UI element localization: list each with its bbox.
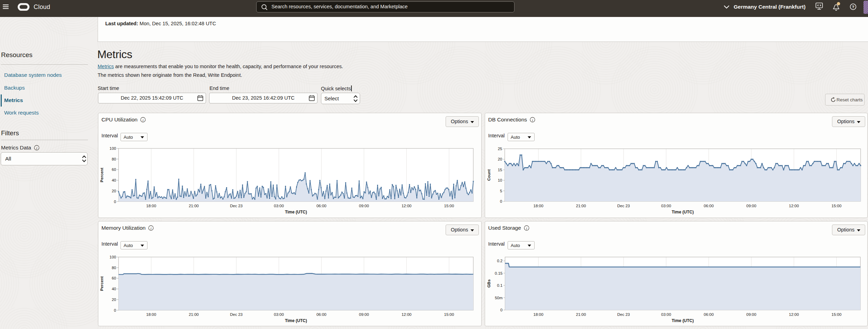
svg-text:Time (UTC): Time (UTC) — [285, 210, 307, 214]
svg-text:20: 20 — [112, 189, 116, 193]
svg-text:GBs: GBs — [487, 280, 491, 288]
svg-text:25: 25 — [498, 147, 502, 151]
svg-text:20: 20 — [498, 157, 502, 161]
svg-text:i: i — [143, 118, 144, 122]
svg-text:80: 80 — [112, 157, 116, 161]
svg-text:100: 100 — [109, 255, 116, 259]
svg-text:0: 0 — [114, 200, 116, 204]
svg-text:Percent: Percent — [100, 168, 104, 182]
svg-text:80: 80 — [112, 266, 116, 270]
svg-text:03:00: 03:00 — [274, 204, 284, 208]
svg-text:5: 5 — [500, 189, 502, 193]
svg-text:15:00: 15:00 — [832, 204, 842, 208]
svg-text:06:00: 06:00 — [704, 204, 714, 208]
svg-text:0: 0 — [500, 308, 502, 312]
svg-text:21:00: 21:00 — [189, 312, 199, 317]
svg-text:21:00: 21:00 — [576, 204, 586, 208]
svg-text:100: 100 — [109, 146, 116, 150]
svg-text:Percent: Percent — [100, 276, 104, 291]
svg-text:03:00: 03:00 — [274, 312, 284, 317]
svg-text:20: 20 — [112, 298, 116, 302]
svg-text:15:00: 15:00 — [832, 312, 842, 317]
svg-text:0: 0 — [500, 199, 502, 203]
svg-text:09:00: 09:00 — [746, 204, 757, 208]
svg-text:Time (UTC): Time (UTC) — [285, 318, 307, 323]
svg-text:i: i — [151, 226, 152, 230]
svg-text:12:00: 12:00 — [789, 312, 799, 317]
svg-text:06:00: 06:00 — [704, 312, 714, 317]
svg-text:Dec 23: Dec 23 — [617, 312, 630, 317]
svg-text:50m: 50m — [495, 296, 502, 300]
svg-text:0: 0 — [114, 308, 116, 312]
svg-text:Dec 23: Dec 23 — [617, 204, 630, 208]
svg-text:18:00: 18:00 — [146, 312, 156, 317]
svg-text:18:00: 18:00 — [534, 204, 544, 208]
svg-text:15:00: 15:00 — [444, 204, 454, 208]
svg-text:10: 10 — [498, 178, 502, 182]
svg-text:09:00: 09:00 — [359, 204, 369, 208]
svg-text:0.2: 0.2 — [497, 259, 503, 263]
svg-text:18:00: 18:00 — [534, 312, 544, 317]
svg-text:15: 15 — [498, 168, 502, 172]
svg-text:i: i — [532, 118, 533, 122]
svg-text:40: 40 — [112, 287, 116, 291]
svg-text:06:00: 06:00 — [316, 204, 326, 208]
svg-text:03:00: 03:00 — [661, 204, 671, 208]
svg-text:60: 60 — [112, 276, 116, 280]
svg-text:?: ? — [852, 5, 854, 9]
svg-text:i: i — [36, 146, 37, 150]
svg-text:Dec 23: Dec 23 — [230, 312, 242, 317]
svg-text:Time (UTC): Time (UTC) — [672, 318, 694, 323]
svg-text:60: 60 — [112, 167, 116, 172]
svg-text:21:00: 21:00 — [576, 312, 586, 317]
svg-text:18:00: 18:00 — [146, 204, 156, 208]
svg-text:0.1: 0.1 — [497, 283, 503, 287]
svg-text:12:00: 12:00 — [789, 204, 799, 208]
svg-text:09:00: 09:00 — [746, 312, 757, 317]
svg-text:15:00: 15:00 — [444, 312, 454, 317]
svg-text:i: i — [526, 226, 527, 230]
svg-text:03:00: 03:00 — [661, 312, 671, 317]
svg-text:21:00: 21:00 — [189, 204, 199, 208]
svg-text:0.15: 0.15 — [495, 271, 502, 275]
svg-text:40: 40 — [112, 178, 116, 182]
svg-text:Dec 23: Dec 23 — [230, 204, 242, 208]
svg-text:06:00: 06:00 — [316, 312, 326, 317]
svg-text:Count: Count — [487, 169, 491, 181]
svg-text:12:00: 12:00 — [402, 312, 412, 317]
svg-text:09:00: 09:00 — [359, 312, 369, 317]
svg-text:Time (UTC): Time (UTC) — [672, 210, 694, 214]
svg-text:12:00: 12:00 — [402, 204, 412, 208]
